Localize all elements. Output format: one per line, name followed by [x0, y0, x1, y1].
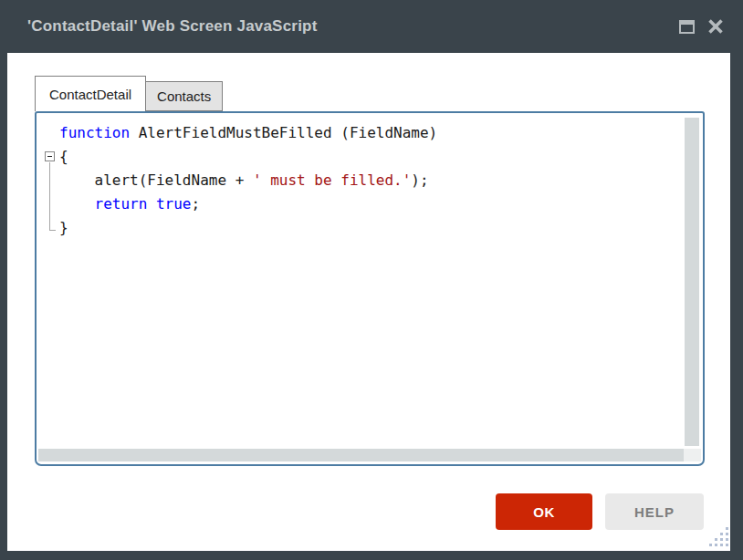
close-icon[interactable] [707, 18, 724, 35]
vertical-scrollbar[interactable] [685, 118, 699, 446]
code-line: } [59, 216, 679, 240]
code-line: return true; [59, 192, 679, 216]
javascript-code-editor[interactable]: function AlertFieldMustBeFilled (FieldNa… [35, 111, 705, 466]
fold-guide-line [49, 162, 50, 230]
ok-button[interactable]: OK [496, 493, 592, 530]
window-controls [679, 18, 724, 35]
help-button[interactable]: HELP [605, 493, 704, 530]
resize-grip-icon[interactable] [708, 526, 728, 546]
tab-label: ContactDetail [49, 87, 131, 102]
scrollbar-corner [684, 449, 701, 461]
dialog-title: 'ContactDetail' Web Screen JavaScript [27, 17, 318, 36]
code-text[interactable]: function AlertFieldMustBeFilled (FieldNa… [59, 121, 679, 442]
dialog-body: ContactDetail Contacts function AlertFie… [7, 53, 730, 551]
fold-collapse-icon[interactable] [45, 151, 55, 161]
code-line: { [59, 145, 679, 169]
tab-contactdetail[interactable]: ContactDetail [35, 76, 146, 111]
tab-bar: ContactDetail Contacts [35, 76, 223, 111]
tab-contacts[interactable]: Contacts [146, 81, 223, 111]
dialog-titlebar: 'ContactDetail' Web Screen JavaScript [0, 0, 743, 53]
fold-guide-line-end [49, 230, 56, 231]
code-line: function AlertFieldMustBeFilled (FieldNa… [59, 121, 679, 145]
tab-label: Contacts [157, 88, 211, 104]
code-line: alert(FieldName + ' must be filled.'); [59, 169, 679, 192]
horizontal-scrollbar[interactable] [38, 449, 684, 461]
maximize-icon[interactable] [679, 20, 695, 34]
